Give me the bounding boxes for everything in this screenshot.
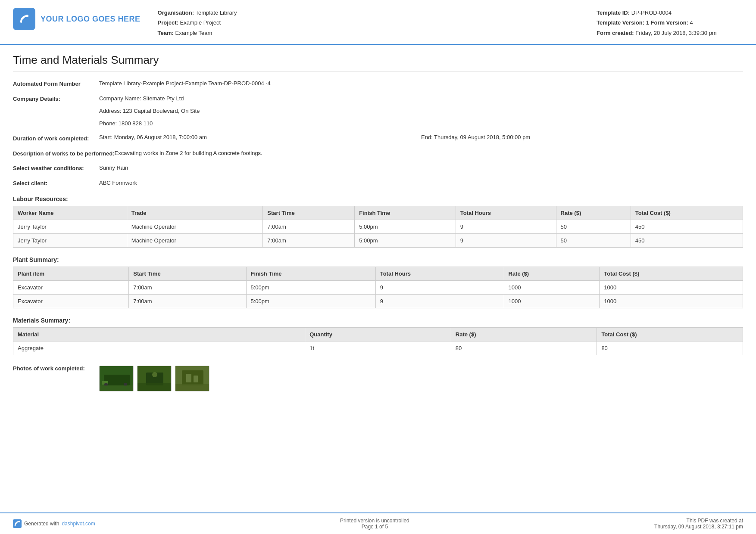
org-row: Organisation: Template Library [158, 8, 597, 18]
plant-cell-0-5: 1000 [600, 280, 743, 294]
labour-table-row: Jerry TaylorMachine Operator7:00am5:00pm… [13, 220, 743, 233]
project-label: Project: [158, 19, 178, 26]
materials-table-header: Material Quantity Rate ($) Total Cost ($… [13, 327, 743, 341]
plant-cell-1-2: 5:00pm [246, 294, 375, 308]
duration-start: Start: Monday, 06 August 2018, 7:00:00 a… [99, 134, 421, 140]
automated-number-label: Automated Form Number [13, 79, 99, 88]
materials-col-rate: Rate ($) [451, 327, 597, 341]
plant-table-row: Excavator7:00am5:00pm910001000 [13, 294, 743, 308]
description-value: Excavating works in Zone 2 for building … [114, 149, 743, 158]
photo-1 [99, 366, 134, 391]
labour-cell-0-0: Jerry Taylor [13, 220, 127, 233]
plant-cell-1-3: 9 [375, 294, 504, 308]
plant-cell-0-0: Excavator [13, 280, 129, 294]
form-created-row: Form created: Friday, 20 July 2018, 3:39… [597, 28, 743, 38]
header-right-info: Template ID: DP-PROD-0004 Template Versi… [597, 8, 743, 38]
plant-cell-0-1: 7:00am [129, 280, 246, 294]
svg-rect-6 [100, 385, 134, 391]
materials-cell-0-0: Aggregate [13, 341, 305, 355]
template-version-value: 1 [646, 19, 649, 26]
header-center-info: Organisation: Template Library Project: … [141, 8, 597, 38]
plant-table: Plant item Start Time Finish Time Total … [13, 267, 743, 308]
form-row-duration: Duration of work completed: Start: Monda… [13, 134, 743, 143]
team-label: Team: [158, 30, 174, 36]
svg-point-0 [26, 15, 28, 17]
labour-cell-0-5: 50 [556, 220, 631, 233]
materials-cell-0-1: 1t [305, 341, 451, 355]
labour-col-finish: Finish Time [355, 206, 456, 220]
plant-col-hours: Total Hours [375, 267, 504, 280]
labour-col-worker: Worker Name [13, 206, 127, 220]
template-version-label: Template Version: [597, 19, 644, 26]
plant-table-row: Excavator7:00am5:00pm910001000 [13, 280, 743, 294]
plant-table-header: Plant item Start Time Finish Time Total … [13, 267, 743, 280]
materials-cell-0-3: 80 [597, 341, 743, 355]
footer: Generated with dashpivot.com Printed ver… [0, 512, 756, 534]
description-label: Description of works to be performed: [13, 149, 114, 158]
footer-right: This PDF was created at Thursday, 09 Aug… [654, 518, 743, 530]
form-row-weather: Select weather conditions: Sunny Rain [13, 164, 743, 173]
org-value: Template Library [195, 9, 237, 16]
svg-rect-16 [13, 519, 22, 528]
created-line2: Thursday, 09 August 2018, 3:27:11 pm [654, 524, 743, 530]
template-id-value: DP-PROD-0004 [631, 9, 672, 16]
team-row: Team: Example Team [158, 28, 597, 38]
materials-cell-0-2: 80 [451, 341, 597, 355]
dashpivot-icon [13, 519, 22, 528]
weather-label: Select weather conditions: [13, 164, 99, 172]
company-name: Company Name: Sitemate Pty Ltd [99, 94, 743, 103]
svg-rect-13 [175, 384, 209, 391]
plant-cell-1-0: Excavator [13, 294, 129, 308]
labour-cell-0-1: Machine Operator [127, 220, 263, 233]
labour-cell-1-4: 9 [456, 233, 556, 247]
materials-col-material: Material [13, 327, 305, 341]
printed-line1: Printed version is uncontrolled [340, 518, 409, 524]
company-phone: Phone: 1800 828 110 [99, 119, 743, 128]
labour-cell-1-2: 7:00am [263, 233, 355, 247]
materials-col-quantity: Quantity [305, 327, 451, 341]
plant-cell-0-4: 1000 [504, 280, 600, 294]
labour-table-header: Worker Name Trade Start Time Finish Time… [13, 206, 743, 220]
dashpivot-link[interactable]: dashpivot.com [62, 521, 95, 527]
labour-cell-0-6: 450 [631, 220, 743, 233]
photo-2 [137, 366, 172, 391]
plant-cell-1-4: 1000 [504, 294, 600, 308]
footer-center: Printed version is uncontrolled Page 1 o… [340, 518, 409, 530]
labour-col-hours: Total Hours [456, 206, 556, 220]
plant-col-finish: Finish Time [246, 267, 375, 280]
form-row-photos: Photos of work completed: [13, 364, 743, 391]
footer-left: Generated with dashpivot.com [13, 519, 95, 528]
form-row-client: Select client: ABC Formwork [13, 179, 743, 188]
labour-section-title: Labour Resources: [13, 196, 743, 202]
template-id-label: Template ID: [597, 9, 630, 16]
plant-col-cost: Total Cost ($) [600, 267, 743, 280]
plant-cell-1-1: 7:00am [129, 294, 246, 308]
labour-table-row: Jerry TaylorMachine Operator7:00am5:00pm… [13, 233, 743, 247]
materials-section-title: Materials Summary: [13, 317, 743, 324]
form-created-value: Friday, 20 July 2018, 3:39:30 pm [635, 30, 716, 36]
labour-table: Worker Name Trade Start Time Finish Time… [13, 206, 743, 248]
plant-cell-0-3: 9 [375, 280, 504, 294]
version-row: Template Version: 1 Form Version: 4 [597, 18, 743, 28]
photos-container [99, 366, 209, 391]
svg-rect-14 [186, 374, 191, 382]
svg-point-10 [152, 372, 157, 377]
weather-value: Sunny Rain [99, 164, 743, 173]
labour-cell-1-3: 5:00pm [355, 233, 456, 247]
page-title: Time and Materials Summary [13, 53, 743, 71]
form-version-value: 4 [690, 19, 693, 26]
labour-cell-0-3: 5:00pm [355, 220, 456, 233]
plant-col-start: Start Time [129, 267, 246, 280]
form-row-company: Company Details: Company Name: Sitemate … [13, 94, 743, 128]
logo-icon [13, 8, 35, 30]
svg-rect-15 [194, 376, 198, 382]
client-value: ABC Formwork [99, 179, 743, 188]
duration-label: Duration of work completed: [13, 134, 99, 143]
labour-cell-1-5: 50 [556, 233, 631, 247]
logo-area: YOUR LOGO GOES HERE [13, 8, 141, 30]
materials-table: Material Quantity Rate ($) Total Cost ($… [13, 327, 743, 355]
labour-cell-0-4: 9 [456, 220, 556, 233]
form-row-automated-number: Automated Form Number Template Library-E… [13, 79, 743, 88]
svg-rect-9 [137, 383, 172, 391]
svg-rect-12 [182, 370, 203, 385]
